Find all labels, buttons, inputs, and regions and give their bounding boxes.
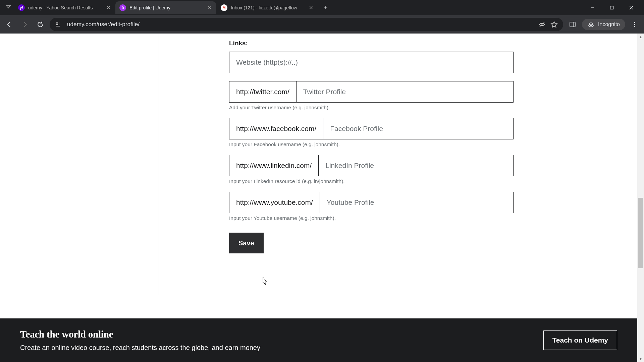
kebab-menu-button[interactable] — [629, 18, 641, 31]
svg-point-17 — [634, 24, 635, 25]
close-window-button[interactable] — [623, 1, 640, 14]
svg-rect-11 — [570, 22, 575, 27]
banner-heading: Teach the world online — [20, 329, 260, 340]
svg-point-18 — [634, 26, 635, 27]
svg-point-14 — [591, 24, 593, 26]
youtube-input[interactable] — [320, 192, 513, 213]
tab-yahoo[interactable]: y! udemy - Yahoo Search Results ✕ — [14, 1, 115, 14]
tab-udemy[interactable]: û Edit profile | Udemy ✕ — [115, 1, 216, 14]
teach-cta-button[interactable]: Teach on Udemy — [543, 330, 617, 350]
tab-title: Inbox (121) - liezette@pageflow — [231, 5, 306, 10]
gmail-favicon-icon: M — [221, 4, 227, 11]
tab-title: udemy - Yahoo Search Results — [28, 5, 103, 10]
twitter-helper: Add your Twitter username (e.g. johnsmit… — [229, 105, 514, 111]
tab-title: Edit profile | Udemy — [129, 5, 204, 10]
browser-toolbar: udemy.com/user/edit-profile/ Incognito — [0, 15, 644, 34]
linkedin-prefix: http://www.linkedin.com/ — [229, 155, 319, 176]
twitter-prefix: http://twitter.com/ — [229, 81, 297, 102]
svg-line-10 — [540, 22, 544, 27]
scrollbar-thumb[interactable] — [638, 198, 643, 268]
banner-sub: Create an online video course, reach stu… — [20, 344, 260, 352]
facebook-helper: Input your Facebook username (e.g. johns… — [229, 141, 514, 147]
svg-rect-6 — [59, 22, 59, 23]
card-bottom-border — [56, 295, 584, 295]
back-button[interactable] — [3, 18, 15, 31]
tab-search-button[interactable] — [3, 2, 14, 13]
site-settings-icon[interactable] — [55, 21, 62, 28]
links-form: Links: http://twitter.com/ Add your Twit… — [229, 40, 514, 253]
youtube-row: http://www.youtube.com/ — [229, 192, 514, 213]
twitter-row: http://twitter.com/ — [229, 81, 514, 103]
facebook-prefix: http://www.facebook.com/ — [229, 118, 323, 139]
scroll-down-arrow-icon[interactable]: ▼ — [637, 355, 644, 362]
incognito-indicator[interactable]: Incognito — [582, 19, 625, 30]
facebook-input[interactable] — [323, 118, 513, 139]
forward-button[interactable] — [19, 18, 31, 31]
profile-page-card: Links: http://twitter.com/ Add your Twit… — [56, 34, 584, 295]
svg-rect-4 — [56, 22, 58, 23]
linkedin-input[interactable] — [319, 155, 513, 176]
linkedin-helper: Input your LinkedIn resource id (e.g. in… — [229, 178, 514, 184]
bookmark-star-icon[interactable] — [550, 21, 558, 28]
facebook-row: http://www.facebook.com/ — [229, 118, 514, 139]
close-icon[interactable]: ✕ — [208, 5, 212, 10]
teach-banner: Teach the world online Create an online … — [0, 318, 637, 362]
sidebar-divider — [159, 34, 159, 295]
website-input[interactable] — [229, 52, 514, 73]
svg-point-13 — [589, 24, 591, 26]
tab-gmail[interactable]: M Inbox (121) - liezette@pageflow ✕ — [217, 1, 317, 14]
save-button[interactable]: Save — [229, 233, 264, 253]
reload-button[interactable] — [34, 18, 46, 31]
incognito-label: Incognito — [598, 21, 620, 27]
window-controls — [584, 1, 641, 14]
tab-bar: y! udemy - Yahoo Search Results ✕ û Edit… — [0, 0, 644, 15]
new-tab-button[interactable]: + — [321, 3, 331, 13]
svg-point-16 — [634, 22, 635, 23]
yahoo-favicon-icon: y! — [18, 4, 25, 11]
links-section-label: Links: — [229, 40, 514, 47]
svg-rect-1 — [610, 6, 613, 9]
incognito-icon — [587, 21, 595, 28]
udemy-favicon-icon: û — [119, 4, 126, 11]
side-panel-button[interactable] — [567, 18, 579, 31]
twitter-input[interactable] — [297, 81, 513, 102]
close-icon[interactable]: ✕ — [106, 5, 111, 10]
page-viewport: Links: http://twitter.com/ Add your Twit… — [0, 34, 644, 362]
address-bar[interactable]: udemy.com/user/edit-profile/ — [50, 18, 563, 31]
svg-rect-5 — [56, 24, 58, 25]
linkedin-row: http://www.linkedin.com/ — [229, 155, 514, 176]
maximize-button[interactable] — [603, 1, 621, 14]
scroll-up-arrow-icon[interactable]: ▲ — [637, 34, 644, 40]
minimize-button[interactable] — [584, 1, 601, 14]
eye-off-icon[interactable] — [538, 21, 546, 28]
close-icon[interactable]: ✕ — [309, 5, 313, 10]
youtube-helper: Input your Youtube username (e.g. johnsm… — [229, 215, 514, 221]
svg-rect-7 — [59, 24, 59, 25]
url-text: udemy.com/user/edit-profile/ — [67, 21, 534, 28]
vertical-scrollbar[interactable]: ▲ ▼ — [637, 34, 644, 362]
youtube-prefix: http://www.youtube.com/ — [229, 192, 320, 213]
browser-chrome: y! udemy - Yahoo Search Results ✕ û Edit… — [0, 0, 644, 34]
